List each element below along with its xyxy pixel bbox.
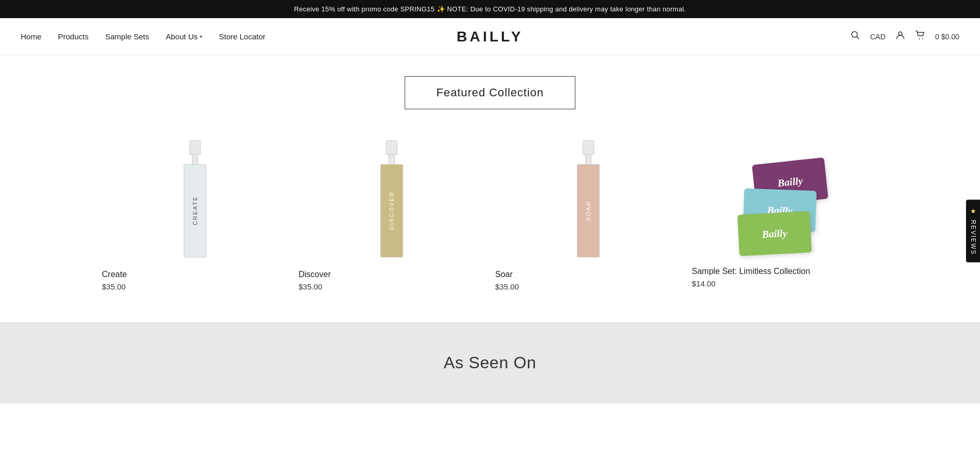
search-icon[interactable] [851,31,860,42]
svg-line-1 [856,37,859,39]
product-name-sample-set: Sample Set: Limitless Collection [692,267,810,276]
bottle-body: SOAR [577,164,600,257]
bottle-cap [189,140,201,155]
cart-label[interactable]: 0 $0.00 [935,33,959,41]
nav-about-us[interactable]: About Us ▾ [166,32,202,41]
bottle-neck [389,155,395,164]
bottle-neck [585,155,591,164]
products-grid: CREATE Create $35.00 DISCOVER Discover $… [102,140,878,291]
product-card-create[interactable]: CREATE Create $35.00 [102,140,288,291]
bottle-body: DISCOVER [380,164,403,257]
product-name-soar: Soar [495,270,513,279]
as-seen-on-title: As Seen On [21,353,959,372]
svg-point-4 [922,38,923,39]
main-nav: Home Products Sample Sets About Us ▾ Sto… [21,32,265,41]
bottle-discover: DISCOVER [380,140,403,257]
account-icon[interactable] [896,31,905,42]
svg-point-3 [919,38,920,39]
site-logo[interactable]: BAILLY [457,28,524,45]
nav-sample-sets[interactable]: Sample Sets [105,32,149,41]
reviews-label: REVIEWS [970,220,977,255]
nav-home[interactable]: Home [21,32,41,41]
nav-store-locator[interactable]: Store Locator [219,32,265,41]
product-price-discover: $35.00 [299,282,322,291]
nav-products[interactable]: Products [58,32,88,41]
chevron-down-icon: ▾ [200,34,202,39]
bottle-cap [583,140,594,155]
bottle-label-discover: DISCOVER [389,191,395,230]
product-price-create: $35.00 [102,282,126,291]
featured-heading-wrap: Featured Collection [31,76,949,109]
header-actions: CAD 0 $0.00 [851,31,959,42]
cart-icon[interactable] [915,31,925,42]
product-price-soar: $35.00 [495,282,519,291]
as-seen-on-section: As Seen On [0,322,980,403]
product-price-sample-set: $14.00 [692,279,716,288]
product-image-discover: DISCOVER [299,140,485,257]
product-card-sample-set[interactable]: Bailly Bailly Bailly Sample Set: Limitle… [692,140,878,291]
main-content: Featured Collection CREATE Create $35.00 [0,55,980,322]
bottle-body: CREATE [184,164,206,257]
product-card-discover[interactable]: DISCOVER Discover $35.00 [299,140,485,291]
bottle-soar: SOAR [577,140,600,257]
announcement-bar: Receive 15% off with promo code SPRING15… [0,0,980,18]
currency-selector[interactable]: CAD [870,33,886,41]
announcement-text: Receive 15% off with promo code SPRING15… [294,5,686,13]
product-name-create: Create [102,270,127,279]
star-icon: ★ [969,207,977,216]
sample-card-green: Bailly [737,211,812,256]
product-name-discover: Discover [299,270,331,279]
reviews-sidebar[interactable]: ★ REVIEWS [966,200,980,263]
featured-heading: Featured Collection [405,76,575,109]
bottle-label-soar: SOAR [585,200,591,221]
bottle-neck [192,155,198,164]
bottle-label-create: CREATE [192,196,198,225]
header: Home Products Sample Sets About Us ▾ Sto… [0,18,980,55]
product-image-create: CREATE [102,140,288,257]
product-image-sample-set: Bailly Bailly Bailly [692,140,878,254]
bottle-cap [386,140,397,155]
bottle-create: CREATE [184,140,206,257]
product-card-soar[interactable]: SOAR Soar $35.00 [495,140,681,291]
product-image-soar: SOAR [495,140,681,257]
sample-set-cards: Bailly Bailly Bailly [733,161,837,254]
